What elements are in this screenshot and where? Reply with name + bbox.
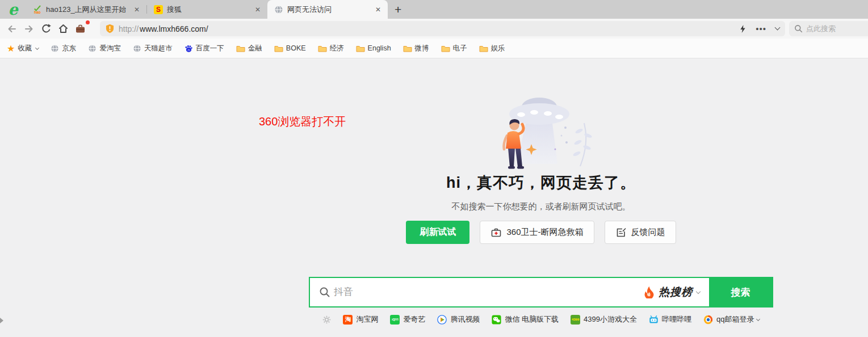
quick-link-label: 淘宝网 <box>356 314 378 325</box>
search-icon <box>794 24 803 33</box>
folder-icon <box>356 45 365 52</box>
bookmark-label: 百度一下 <box>196 44 224 53</box>
more-options-icon[interactable]: ••• <box>756 24 766 33</box>
bookmark-label: 微博 <box>415 44 429 53</box>
new-tab-button[interactable]: + <box>388 3 408 16</box>
url-scheme: http:// <box>119 24 139 33</box>
folder-icon <box>441 45 450 52</box>
forward-arrow-icon <box>23 23 35 35</box>
hot-search-toggle[interactable]: 热搜榜 <box>644 285 700 300</box>
quick-link-bilibili[interactable]: 哔哩哔哩 <box>649 314 691 325</box>
error-title: hi，真不巧，网页走丢了。 <box>297 172 785 193</box>
quick-link-wechat[interactable]: 微信 电脑版下载 <box>492 314 559 325</box>
search-icon <box>319 287 330 298</box>
globe-icon <box>133 44 141 53</box>
page-search-input[interactable] <box>330 287 644 298</box>
quick-link-label: 哔哩哔哩 <box>662 314 691 325</box>
bookmark-tmall[interactable]: 天猫超市 <box>133 44 173 53</box>
forward-button[interactable] <box>20 21 37 37</box>
refresh-retry-button[interactable]: 刷新试试 <box>406 221 469 244</box>
close-icon[interactable]: ✕ <box>132 5 142 15</box>
bookmark-label: 京东 <box>62 44 76 53</box>
quick-link-iqiyi[interactable]: iQIYI 爱奇艺 <box>390 314 425 325</box>
bookmarks-bar: ★ 收藏 京东 爱淘宝 天猫超市 百度一下 金融 <box>0 39 868 58</box>
globe-icon <box>88 44 97 53</box>
hao123-favicon: hao <box>33 5 42 14</box>
bookmark-baidu[interactable]: 百度一下 <box>184 44 224 53</box>
quick-link-tencent-video[interactable]: 腾讯视频 <box>437 314 480 325</box>
first-aid-kit-icon <box>490 227 502 238</box>
address-bar[interactable]: http:// www.lmxh666.com/ ••• <box>100 21 785 36</box>
tencent-video-icon <box>437 315 447 325</box>
toolbar-search-input[interactable] <box>806 24 857 33</box>
sohu-favicon: S <box>154 5 163 14</box>
page-search-bar[interactable]: 热搜榜 搜索 <box>309 277 773 307</box>
home-button[interactable] <box>54 21 72 37</box>
close-icon[interactable]: ✕ <box>373 5 383 15</box>
bookmark-aitaobao[interactable]: 爱淘宝 <box>88 44 121 53</box>
ufo-illustration <box>481 90 601 171</box>
chevron-down-icon <box>756 317 760 321</box>
quick-link-label: 爱奇艺 <box>403 314 425 325</box>
back-button[interactable] <box>3 21 20 37</box>
favorites-menu[interactable]: ★ 收藏 <box>7 43 39 54</box>
bookmark-folder-weibo[interactable]: 微博 <box>403 44 429 53</box>
taobao-icon: 淘 <box>343 315 353 325</box>
bookmark-folder-boke[interactable]: BOKE <box>274 44 306 52</box>
quick-link-label: qq邮箱登录 <box>716 314 754 325</box>
quick-link-qq-mail[interactable]: qq邮箱登录 <box>703 314 759 325</box>
refresh-button[interactable] <box>37 21 54 37</box>
globe-icon <box>51 44 59 53</box>
bookmark-folder-electronics[interactable]: 电子 <box>441 44 467 53</box>
tab-title: 网页无法访问 <box>287 5 369 15</box>
folder-icon <box>479 45 488 52</box>
chevron-down-icon[interactable] <box>775 25 781 31</box>
browser-360-logo-icon[interactable]: e <box>0 2 26 18</box>
baidu-paw-icon <box>184 44 193 53</box>
bookmark-folder-entertainment[interactable]: 娱乐 <box>479 44 505 53</box>
toolbar-search-box[interactable] <box>789 21 868 36</box>
bookmark-jd[interactable]: 京东 <box>51 44 76 53</box>
folder-icon <box>274 45 283 52</box>
flame-icon <box>644 286 655 298</box>
svg-text:hao: hao <box>34 10 41 14</box>
bookmark-folder-finance[interactable]: 金融 <box>236 44 262 53</box>
quick-link-taobao[interactable]: 淘 淘宝网 <box>343 314 378 325</box>
error-page-content: 360浏览器打不开 <box>0 58 868 337</box>
bookmark-label: English <box>368 44 391 52</box>
quick-link-label: 4399小游戏大全 <box>584 314 637 325</box>
bookmark-folder-english[interactable]: English <box>356 44 391 52</box>
feedback-label: 反馈问题 <box>631 227 665 238</box>
refresh-retry-label: 刷新试试 <box>420 226 456 238</box>
settings-gear-icon[interactable] <box>322 315 331 324</box>
navigation-toolbar: http:// www.lmxh666.com/ ••• <box>0 19 868 39</box>
search-submit-button[interactable]: 搜索 <box>709 278 772 306</box>
bookmark-folder-economy[interactable]: 经济 <box>318 44 344 53</box>
quick-link-label: 腾讯视频 <box>450 314 480 325</box>
tab-sohu[interactable]: S 搜狐 ✕ <box>147 0 267 19</box>
tab-title: 搜狐 <box>167 5 249 15</box>
bookmark-label: 爱淘宝 <box>99 44 121 53</box>
star-icon: ★ <box>7 43 15 54</box>
refresh-icon <box>41 23 52 34</box>
folder-icon <box>403 45 412 52</box>
quick-link-4399[interactable]: 4399 4399小游戏大全 <box>571 314 637 325</box>
bookmark-label: 金融 <box>248 44 262 53</box>
chevron-down-icon <box>696 289 701 293</box>
lightning-extension-icon[interactable] <box>739 24 747 33</box>
feedback-form-icon <box>615 227 627 238</box>
tab-hao123[interactable]: hao hao123_上网从这里开始 ✕ <box>26 0 146 19</box>
network-rescue-button[interactable]: 360卫士-断网急救箱 <box>480 221 594 244</box>
iqiyi-icon: iQIYI <box>390 315 400 325</box>
tab-title: hao123_上网从这里开始 <box>46 5 128 15</box>
wechat-icon <box>492 315 501 325</box>
error-subtitle: 不如搜索一下你想要的，或者刷新网页试试吧。 <box>297 201 785 212</box>
close-icon[interactable]: ✕ <box>253 5 263 15</box>
folder-icon <box>236 45 245 52</box>
bookmark-label: 经济 <box>330 44 344 53</box>
feedback-button[interactable]: 反馈问题 <box>605 221 676 244</box>
side-panel-handle-icon[interactable] <box>0 318 3 323</box>
notification-dot <box>86 20 90 24</box>
tab-error-page-active[interactable]: 网页无法访问 ✕ <box>267 0 388 19</box>
toolbox-button[interactable] <box>72 21 89 37</box>
